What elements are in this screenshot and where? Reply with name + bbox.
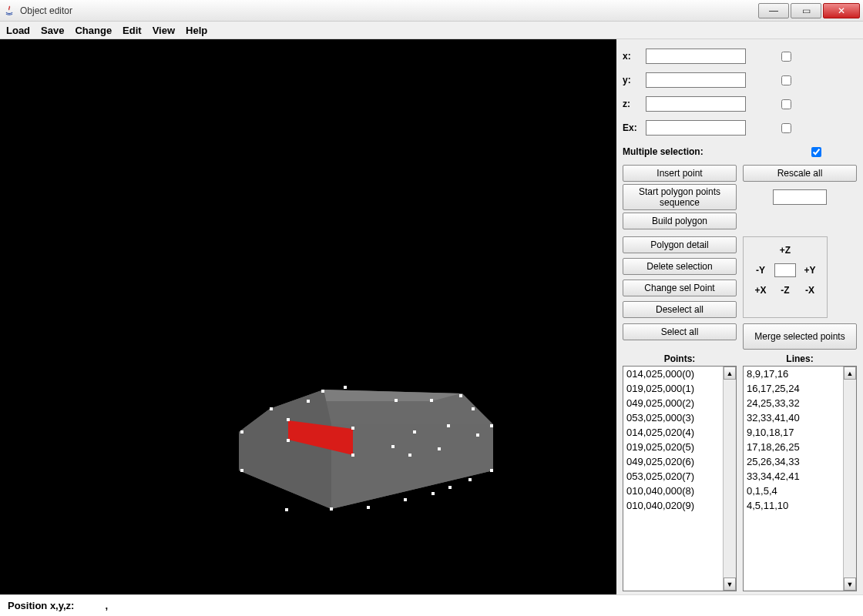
- list-item[interactable]: 4,5,11,10: [744, 498, 842, 513]
- merge-points-button[interactable]: Merge selected points: [743, 323, 857, 350]
- ex-checkbox[interactable]: [781, 123, 791, 133]
- multiple-selection-label: Multiple selection:: [623, 146, 703, 157]
- nav-value-input[interactable]: [774, 263, 796, 277]
- list-item[interactable]: 019,025,000(1): [623, 381, 722, 396]
- list-item[interactable]: 014,025,000(0): [623, 367, 722, 381]
- side-panel: x: y: z: Ex: Multiple selection:: [616, 39, 863, 594]
- nav-group: +Z -Y +Y +X -Z -X: [743, 236, 828, 318]
- menu-view[interactable]: View: [153, 25, 175, 36]
- minimize-button[interactable]: —: [758, 3, 789, 18]
- build-polygon-button[interactable]: Build polygon: [623, 213, 737, 229]
- scroll-down-icon[interactable]: ▼: [844, 578, 856, 591]
- list-item[interactable]: 8,9,17,16: [744, 367, 842, 381]
- ex-input[interactable]: [646, 120, 746, 136]
- menu-edit[interactable]: Edit: [123, 25, 142, 36]
- list-item[interactable]: 32,33,41,40: [744, 410, 842, 425]
- select-all-button[interactable]: Select all: [623, 323, 737, 340]
- list-item[interactable]: 053,025,000(3): [623, 410, 722, 425]
- list-item[interactable]: 014,025,020(4): [623, 425, 722, 440]
- nav-minus-z[interactable]: -Z: [781, 285, 789, 296]
- x-label: x:: [623, 51, 641, 62]
- points-list-header: Points:: [623, 352, 737, 366]
- y-checkbox[interactable]: [781, 75, 791, 85]
- status-bar: Position x,y,z: ,: [0, 594, 863, 616]
- window-titlebar: Object editor — ▭ ✕: [0, 0, 863, 22]
- lines-scrollbar[interactable]: ▲ ▼: [843, 367, 856, 591]
- z-input[interactable]: [646, 96, 746, 112]
- nav-plus-x[interactable]: +X: [754, 285, 766, 296]
- scroll-down-icon[interactable]: ▼: [724, 578, 736, 591]
- lines-list-header: Lines:: [743, 352, 857, 366]
- points-scrollbar[interactable]: ▲ ▼: [723, 367, 736, 591]
- menu-help[interactable]: Help: [186, 25, 207, 36]
- list-item[interactable]: 33,34,42,41: [744, 469, 842, 484]
- status-value: ,: [105, 600, 108, 611]
- list-item[interactable]: 049,025,020(6): [623, 454, 722, 469]
- x-checkbox[interactable]: [781, 52, 791, 62]
- java-icon: [3, 5, 15, 17]
- menu-bar: Load Save Change Edit View Help: [0, 22, 863, 39]
- change-sel-point-button[interactable]: Change sel Point: [623, 280, 737, 296]
- list-item[interactable]: 053,025,020(7): [623, 469, 722, 484]
- list-item[interactable]: 17,18,26,25: [744, 440, 842, 454]
- maximize-button[interactable]: ▭: [791, 3, 821, 18]
- list-item[interactable]: 24,25,33,32: [744, 396, 842, 410]
- points-list[interactable]: 014,025,000(0)019,025,000(1)049,025,000(…: [623, 366, 737, 591]
- menu-change[interactable]: Change: [75, 25, 112, 36]
- polygon-detail-button[interactable]: Polygon detail: [623, 236, 737, 253]
- nav-minus-x[interactable]: -X: [805, 285, 814, 296]
- svg-marker-2: [239, 390, 331, 509]
- y-input[interactable]: [646, 72, 746, 88]
- list-item[interactable]: 0,1,5,4: [744, 484, 842, 498]
- nav-plus-z[interactable]: +Z: [780, 245, 791, 256]
- lines-list[interactable]: 8,9,17,1616,17,25,2424,25,33,3232,33,41,…: [743, 366, 857, 591]
- ex-label: Ex:: [623, 122, 641, 133]
- list-item[interactable]: 010,040,020(9): [623, 498, 722, 513]
- y-label: y:: [623, 75, 641, 85]
- nav-minus-y[interactable]: -Y: [756, 265, 765, 276]
- close-button[interactable]: ✕: [823, 3, 860, 18]
- nav-plus-y[interactable]: +Y: [804, 265, 815, 276]
- multiple-selection-checkbox[interactable]: [811, 147, 821, 157]
- list-item[interactable]: 019,025,020(5): [623, 440, 722, 454]
- window-title: Object editor: [20, 5, 72, 16]
- menu-load[interactable]: Load: [6, 25, 30, 36]
- list-item[interactable]: 9,10,18,17: [744, 425, 842, 440]
- scroll-up-icon[interactable]: ▲: [724, 367, 736, 380]
- status-label: Position x,y,z:: [8, 600, 74, 611]
- delete-selection-button[interactable]: Delete selection: [623, 258, 737, 275]
- list-item[interactable]: 25,26,34,33: [744, 454, 842, 469]
- rescale-input[interactable]: [773, 189, 827, 205]
- svg-marker-1: [308, 390, 461, 401]
- start-polygon-button[interactable]: Start polygon points sequence: [623, 184, 737, 210]
- svg-marker-3: [331, 424, 493, 509]
- viewport-3d[interactable]: [0, 39, 616, 594]
- z-checkbox[interactable]: [781, 99, 791, 109]
- menu-save[interactable]: Save: [41, 25, 64, 36]
- scroll-up-icon[interactable]: ▲: [844, 367, 856, 380]
- list-item[interactable]: 010,040,000(8): [623, 484, 722, 498]
- deselect-all-button[interactable]: Deselect all: [623, 301, 737, 318]
- rescale-all-button[interactable]: Rescale all: [743, 165, 857, 182]
- list-item[interactable]: 049,025,000(2): [623, 396, 722, 410]
- list-item[interactable]: 16,17,25,24: [744, 381, 842, 396]
- z-label: z:: [623, 99, 641, 109]
- insert-point-button[interactable]: Insert point: [623, 165, 737, 182]
- x-input[interactable]: [646, 49, 746, 64]
